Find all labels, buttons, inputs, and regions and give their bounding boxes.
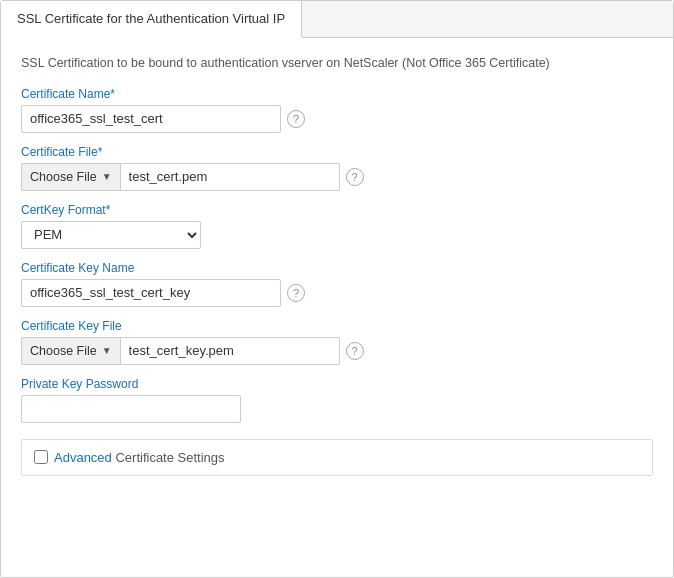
cert-file-label: Certificate File* <box>21 145 653 159</box>
cert-name-input-row: ? <box>21 105 653 133</box>
cert-key-file-help-icon[interactable]: ? <box>346 342 364 360</box>
cert-key-file-chooser: Choose File ▼ <box>21 337 340 365</box>
cert-key-file-name-input[interactable] <box>120 337 340 365</box>
cert-key-name-input-row: ? <box>21 279 653 307</box>
cert-file-help-icon[interactable]: ? <box>346 168 364 186</box>
description-text: SSL Certification to be bound to authent… <box>21 54 653 73</box>
cert-file-input-row: Choose File ▼ ? <box>21 163 653 191</box>
cert-name-label: Certificate Name* <box>21 87 653 101</box>
tab-label: SSL Certificate for the Authentication V… <box>17 11 285 26</box>
form-body: SSL Certification to be bound to authent… <box>1 38 673 492</box>
cert-key-name-input[interactable] <box>21 279 281 307</box>
tab-ssl-certificate[interactable]: SSL Certificate for the Authentication V… <box>1 1 302 38</box>
advanced-cert-settings-label: Advanced Certificate Settings <box>54 450 225 465</box>
cert-name-input[interactable] <box>21 105 281 133</box>
cert-key-name-help-icon[interactable]: ? <box>287 284 305 302</box>
cert-name-group: Certificate Name* ? <box>21 87 653 133</box>
cert-file-chooser: Choose File ▼ <box>21 163 340 191</box>
cert-key-name-group: Certificate Key Name ? <box>21 261 653 307</box>
cert-file-chevron-icon: ▼ <box>102 171 112 182</box>
tab-header: SSL Certificate for the Authentication V… <box>1 1 673 38</box>
main-container: SSL Certificate for the Authentication V… <box>0 0 674 578</box>
certkey-format-group: CertKey Format* PEM DER PFX <box>21 203 653 249</box>
cert-file-group: Certificate File* Choose File ▼ ? <box>21 145 653 191</box>
private-key-pwd-input[interactable] <box>21 395 241 423</box>
cert-key-choose-file-button[interactable]: Choose File ▼ <box>21 337 120 365</box>
certkey-format-label: CertKey Format* <box>21 203 653 217</box>
advanced-cert-settings-link[interactable]: Advanced <box>54 450 112 465</box>
cert-key-file-chevron-icon: ▼ <box>102 345 112 356</box>
advanced-cert-settings-section: Advanced Certificate Settings <box>21 439 653 476</box>
cert-key-file-group: Certificate Key File Choose File ▼ ? <box>21 319 653 365</box>
private-key-pwd-label: Private Key Password <box>21 377 653 391</box>
cert-file-name-input[interactable] <box>120 163 340 191</box>
cert-key-file-label: Certificate Key File <box>21 319 653 333</box>
cert-choose-file-button[interactable]: Choose File ▼ <box>21 163 120 191</box>
advanced-cert-settings-checkbox[interactable] <box>34 450 48 464</box>
cert-name-help-icon[interactable]: ? <box>287 110 305 128</box>
certkey-format-select[interactable]: PEM DER PFX <box>21 221 201 249</box>
private-key-pwd-group: Private Key Password <box>21 377 653 423</box>
cert-key-name-label: Certificate Key Name <box>21 261 653 275</box>
cert-key-file-input-row: Choose File ▼ ? <box>21 337 653 365</box>
